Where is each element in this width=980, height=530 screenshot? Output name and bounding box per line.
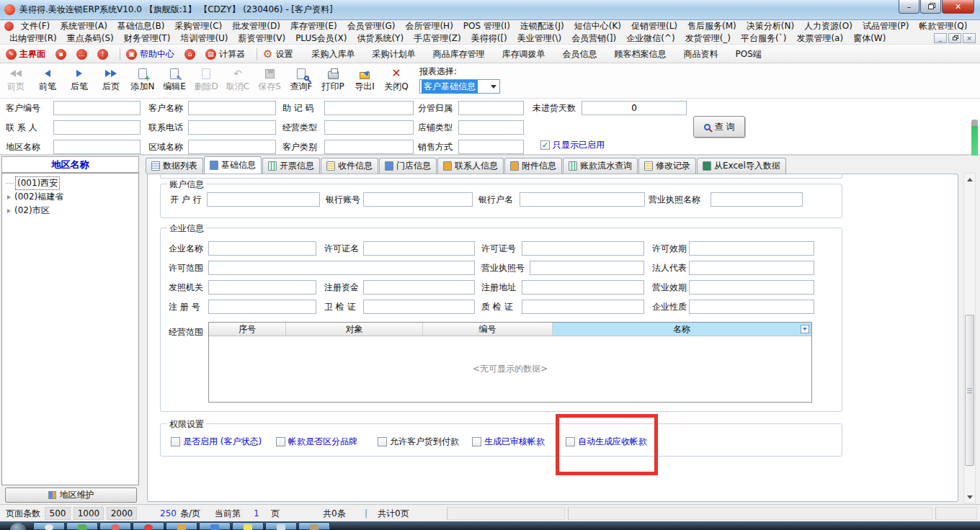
only-enabled-checkbox-row[interactable]: 只显示已启用 — [540, 139, 605, 151]
col-seq[interactable]: 序号 — [209, 323, 286, 336]
scroll-down-button[interactable] — [964, 491, 975, 503]
quicklink-pos-terminal[interactable]: POS端 — [726, 48, 770, 60]
next-record-button[interactable]: 后笔 — [63, 63, 95, 96]
calculator-button[interactable]: ▤ 计算器 — [205, 48, 245, 60]
business-validity-input[interactable] — [689, 280, 814, 295]
quicklink-purchase-inbound[interactable]: 采购入库单 — [303, 48, 363, 60]
menu-member[interactable]: 会员管理(G) — [342, 20, 401, 32]
edit-button[interactable]: ✎ 编辑E — [159, 63, 190, 96]
menu-supply[interactable]: 供货系统(Y) — [352, 32, 409, 45]
mnemonic-code-input[interactable] — [324, 101, 414, 115]
page-size-2000[interactable]: 2000 — [107, 507, 137, 520]
menu-accounts[interactable]: 帐款管理(Q) — [914, 20, 973, 32]
col-object[interactable]: 对象 — [286, 323, 423, 336]
menu-platform[interactable]: 平台服务(`) — [736, 32, 791, 45]
quicklink-customer-archive[interactable]: 顾客档案信息 — [605, 48, 674, 60]
menu-finance[interactable]: 财务管理(T) — [119, 32, 176, 45]
tree-item-xian[interactable]: (001)西安 — [2, 176, 138, 190]
menu-aftersale[interactable]: 售后服务(M) — [682, 20, 741, 32]
menu-inventory[interactable]: 库存管理(E) — [285, 20, 342, 32]
tip-button[interactable]: ! — [97, 49, 108, 60]
page-size-500[interactable]: 500 — [45, 507, 71, 520]
minimize-button[interactable]: – — [899, 0, 919, 14]
tab-contact-info[interactable]: 联系人信息 — [437, 158, 504, 174]
tab-excel-import[interactable]: 从Excel导入数据 — [697, 158, 786, 174]
bank-account-input[interactable] — [363, 192, 473, 207]
query-button[interactable]: 查 询 — [693, 116, 745, 138]
menu-hr[interactable]: 人力资源(O) — [799, 20, 858, 32]
menu-cashier[interactable]: 出纳管理(R) — [4, 32, 62, 45]
tab-account-flow-query[interactable]: 账款流水查询 — [563, 158, 638, 174]
license-no-input[interactable] — [522, 241, 644, 256]
menu-wholesale[interactable]: 批发管理(D) — [227, 20, 285, 32]
bank-branch-input[interactable] — [207, 192, 320, 207]
main-screen-button[interactable]: ✎ 主界面 — [6, 48, 45, 60]
region-name-input[interactable] — [53, 140, 141, 154]
issuing-authority-input[interactable] — [208, 280, 316, 295]
registered-capital-input[interactable] — [363, 280, 475, 295]
sales-mode-input[interactable] — [458, 140, 524, 154]
tree-item-shiqu[interactable]: (02)市区 — [2, 204, 138, 217]
save-button[interactable]: 保存S — [254, 63, 285, 96]
menu-system[interactable]: 系统管理(A) — [55, 20, 112, 32]
quicklink-purchase-plan[interactable]: 采购计划单 — [363, 48, 424, 60]
bank-holder-input[interactable] — [520, 192, 645, 207]
taskbar-app-1[interactable] — [33, 522, 65, 530]
registration-no-input[interactable] — [208, 300, 316, 314]
taskbar-app-4[interactable] — [133, 522, 164, 530]
quality-cert-input[interactable] — [522, 300, 644, 314]
taskbar-app-2[interactable] — [66, 522, 98, 530]
message-button[interactable]: … — [76, 49, 87, 60]
tree-expand-icon[interactable] — [7, 209, 11, 213]
tree-expand-icon[interactable] — [7, 195, 11, 199]
menu-chain-delivery[interactable]: 连锁配送(J) — [515, 20, 569, 32]
home-button[interactable]: ⌂ — [184, 49, 195, 60]
col-name[interactable]: 名称 — [553, 323, 811, 336]
content-scrollbar[interactable] — [963, 173, 976, 503]
tab-attachment-info[interactable]: 附件信息 — [504, 158, 562, 174]
menu-promotion[interactable]: 促销管理(L) — [626, 20, 682, 32]
tab-data-list[interactable]: 数据列表 — [146, 158, 203, 174]
close-form-button[interactable]: ✕ 关闭Q — [380, 63, 412, 96]
customer-name-input[interactable] — [188, 101, 276, 115]
menu-sms[interactable]: 短信中心(K) — [569, 20, 626, 32]
contact-person-input[interactable] — [53, 120, 141, 135]
menu-marketing[interactable]: 会员营销(]) — [566, 32, 621, 45]
menu-pos[interactable]: POS 管理(I) — [458, 20, 515, 32]
quicklink-member-info[interactable]: 会员信息 — [553, 48, 605, 60]
license-scope-input[interactable] — [208, 261, 475, 275]
taskbar-app-3[interactable] — [99, 522, 131, 530]
mdi-restore-button[interactable] — [948, 33, 961, 43]
perm-audited-account[interactable]: 生成已审核帐款 — [472, 436, 545, 448]
tree-item-fujian[interactable]: (002)福建省 — [2, 190, 138, 204]
taskbar-app-8[interactable] — [265, 522, 297, 530]
menu-file[interactable]: 文件(F) — [16, 20, 55, 32]
menu-salary[interactable]: 薪资管理(V) — [233, 32, 291, 45]
menu-barcode[interactable]: 重点条码(S) — [62, 32, 119, 45]
print-button[interactable]: 打印P — [317, 63, 349, 96]
region-maintain-button[interactable]: 地区维护 — [5, 488, 137, 503]
no-purchase-days-input[interactable] — [582, 101, 687, 115]
menu-analysis[interactable]: 决策分析(N) — [741, 20, 799, 32]
menu-invoice[interactable]: 发票管理(a) — [791, 32, 848, 45]
prev-record-button[interactable]: 前笔 — [32, 63, 63, 96]
quicklink-product-info[interactable]: 商品资料 — [674, 48, 726, 60]
quicklink-stock-transfer[interactable]: 库存调拨单 — [493, 48, 553, 60]
perm-brand-split[interactable]: 帐款是否区分品牌 — [276, 436, 357, 448]
customer-code-input[interactable] — [53, 101, 141, 115]
mdi-close-button[interactable]: × — [963, 33, 976, 43]
scrollbar-thumb[interactable] — [965, 315, 974, 466]
area-name-input[interactable] — [188, 140, 276, 154]
customer-category-input[interactable] — [324, 140, 414, 154]
add-button[interactable]: + 添加N — [127, 63, 159, 96]
menu-basicinfo[interactable]: 基础信息(B) — [112, 20, 170, 32]
tab-store-info[interactable]: 门店信息 — [379, 158, 437, 174]
tab-basic-info[interactable]: 基础信息 — [204, 156, 262, 174]
license-doc-name-input[interactable] — [710, 192, 803, 207]
tab-change-log[interactable]: 修改记录 — [638, 158, 696, 174]
brand-split-checkbox[interactable] — [276, 437, 285, 446]
license-validity-input[interactable] — [689, 241, 814, 256]
menu-club[interactable]: 会所管理(H) — [400, 20, 458, 32]
taskbar-app-5[interactable] — [166, 522, 197, 530]
hygiene-cert-input[interactable] — [363, 300, 475, 314]
